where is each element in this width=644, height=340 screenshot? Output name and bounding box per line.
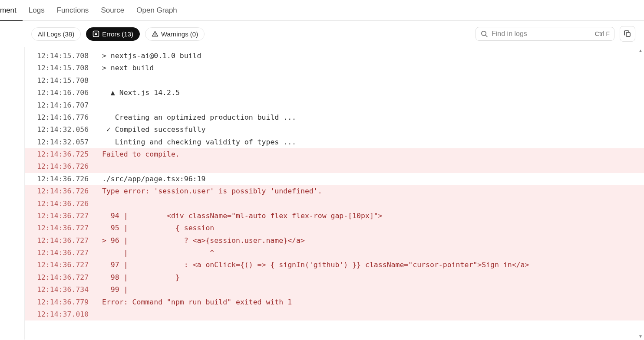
log-row: 12:14:36.727 97 | : <a onClick={() => { … [25,259,644,271]
log-timestamp: 12:14:36.727 [37,247,102,259]
log-row: 12:14:32.056 ✓ Compiled successfully [25,124,644,136]
svg-point-2 [155,35,155,36]
log-timestamp: 12:14:16.706 [37,87,102,99]
svg-rect-5 [626,33,630,36]
copy-logs-button[interactable] [620,26,635,42]
log-search[interactable]: Ctrl F [476,27,614,41]
warning-icon [152,30,159,37]
log-timestamp: 12:14:36.726 [37,160,102,173]
log-timestamp: 12:14:36.726 [37,198,102,210]
log-message: 97 | : <a onClick={() => { signIn('githu… [102,259,644,271]
log-timestamp: 12:14:36.727 [37,259,102,271]
log-row: 12:14:36.726 [25,160,644,173]
log-row: 12:14:36.726./src/app/page.tsx:96:19 [25,173,644,185]
log-message: ▲ Next.js 14.2.5 [102,87,644,99]
log-timestamp: 12:14:15.708 [37,62,102,74]
log-toolbar: All Logs (38) Errors (13) Warnings (0) [0,21,644,47]
search-shortcut: Ctrl F [595,30,610,37]
log-message [102,75,644,87]
log-message [102,198,644,210]
log-timestamp: 12:14:15.708 [37,75,102,87]
log-row: 12:14:36.727 95 | { session [25,222,644,234]
log-timestamp: 12:14:37.010 [37,308,102,320]
log-row: 12:14:36.727 | ^ [25,247,644,259]
top-tab-bar: ment Logs Functions Source Open Graph [0,0,644,21]
log-row: 12:14:36.727> 96 | ? <a>{session.user.na… [25,235,644,247]
log-timestamp: 12:14:36.727 [37,210,102,222]
log-row: 12:14:15.708> nextjs-ai@0.1.0 build [25,50,644,62]
log-timestamp: 12:14:36.727 [37,222,102,234]
tab-label: Open Graph [136,6,177,15]
log-message: 95 | { session [102,222,644,234]
tab-logs[interactable]: Logs [23,0,51,21]
log-message: Error: Command "npm run build" exited wi… [102,296,644,308]
log-message: Type error: 'session.user' is possibly '… [102,185,644,197]
log-timestamp: 12:14:36.727 [37,271,102,284]
log-row: 12:14:16.776 Creating an optimized produ… [25,111,644,124]
tab-open-graph[interactable]: Open Graph [130,0,183,21]
log-row: 12:14:32.057 Linting and checking validi… [25,136,644,148]
log-timestamp: 12:14:32.057 [37,136,102,148]
search-input[interactable] [492,30,591,38]
search-icon [480,30,488,38]
filter-label: All Logs (38) [38,30,74,38]
tab-label: ment [0,6,17,15]
log-list[interactable]: 12:14:15.708> nextjs-ai@0.1.0 build12:14… [25,47,644,340]
log-row: 12:14:36.779Error: Command "npm run buil… [25,296,644,308]
log-message: Creating an optimized production build .… [102,111,644,124]
filter-errors[interactable]: Errors (13) [86,27,140,41]
log-row: 12:14:16.706 ▲ Next.js 14.2.5 [25,87,644,99]
log-message: > 96 | ? <a>{session.user.name}</a> [102,235,644,247]
log-row: 12:14:36.725Failed to compile. [25,148,644,160]
log-timestamp: 12:14:36.725 [37,148,102,160]
tab-source[interactable]: Source [95,0,130,21]
log-message: ✓ Compiled successfully [102,124,644,136]
log-timestamp: 12:14:36.726 [37,173,102,185]
log-timestamp: 12:14:16.707 [37,99,102,111]
log-message: 94 | <div className="ml-auto flex flex-r… [102,210,644,222]
tab-deployment[interactable]: ment [0,0,23,21]
log-timestamp: 12:14:16.776 [37,111,102,124]
filter-label: Warnings (0) [161,30,198,38]
log-message [102,99,644,111]
log-row: 12:14:36.726 [25,198,644,210]
log-timestamp: 12:14:32.056 [37,124,102,136]
log-message: > nextjs-ai@0.1.0 build [102,50,644,62]
copy-icon [624,30,631,38]
filter-all-logs[interactable]: All Logs (38) [31,27,81,41]
log-row: 12:14:37.010 [25,308,644,320]
error-icon [92,30,99,37]
tab-functions[interactable]: Functions [51,0,95,21]
log-row: 12:14:36.727 94 | <div className="ml-aut… [25,210,644,222]
log-timestamp: 12:14:36.727 [37,235,102,247]
log-message [102,160,644,173]
log-message: 99 | [102,284,644,296]
log-timestamp: 12:14:36.726 [37,185,102,197]
log-row: 12:14:15.708 [25,75,644,87]
log-row: 12:14:36.734 99 | [25,284,644,296]
log-message: | ^ [102,247,644,259]
log-timestamp: 12:14:36.734 [37,284,102,296]
log-message: > next build [102,62,644,74]
tab-label: Source [101,6,124,15]
log-message: ./src/app/page.tsx:96:19 [102,173,644,185]
filter-warnings[interactable]: Warnings (0) [145,27,205,41]
log-row: 12:14:36.726Type error: 'session.user' i… [25,185,644,197]
log-timestamp: 12:14:36.779 [37,296,102,308]
svg-line-4 [485,35,487,37]
filter-label: Errors (13) [102,30,133,38]
log-message: Failed to compile. [102,148,644,160]
log-row: 12:14:36.727 98 | } [25,271,644,284]
log-row: 12:14:15.708> next build [25,62,644,74]
log-message: Linting and checking validity of types .… [102,136,644,148]
log-timestamp: 12:14:15.708 [37,50,102,62]
log-message: 98 | } [102,271,644,284]
log-message [102,308,644,320]
log-row: 12:14:16.707 [25,99,644,111]
log-viewport: 12:14:15.708> nextjs-ai@0.1.0 build12:14… [24,47,644,340]
tab-label: Functions [57,6,89,15]
tab-label: Logs [29,6,45,15]
